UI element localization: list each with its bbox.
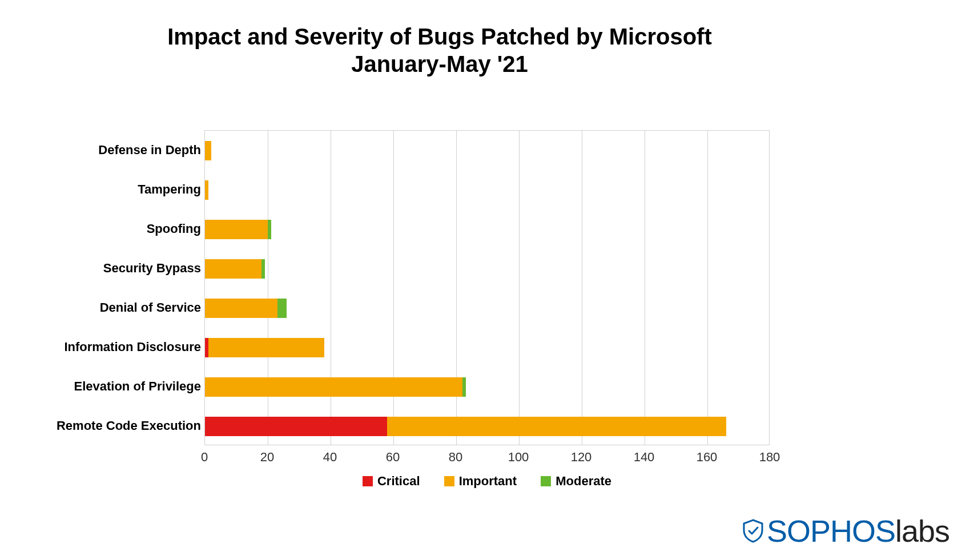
bar-segment-important <box>205 180 208 200</box>
swatch-critical <box>363 476 373 486</box>
x-axis-labels: 020406080100120140160180 <box>204 450 770 467</box>
chart-title: Impact and Severity of Bugs Patched by M… <box>23 11 856 78</box>
y-tick-label: Remote Code Execution <box>57 418 201 433</box>
x-tick-label: 60 <box>386 450 400 465</box>
y-tick-label: Spoofing <box>147 221 201 236</box>
x-tick-label: 100 <box>508 450 529 465</box>
bar-segment-moderate <box>261 259 265 279</box>
y-tick-label: Defense in Depth <box>98 143 201 158</box>
legend: Critical Important Moderate <box>204 474 770 490</box>
bar-segment-important <box>387 417 726 436</box>
shield-icon <box>740 518 766 543</box>
bar-row <box>205 417 726 436</box>
chart-container: Impact and Severity of Bugs Patched by M… <box>23 11 856 491</box>
x-tick-label: 0 <box>201 450 208 465</box>
x-tick-label: 160 <box>697 450 718 465</box>
bar-row <box>205 299 287 318</box>
x-tick-label: 20 <box>260 450 274 465</box>
legend-item-critical: Critical <box>363 474 420 489</box>
swatch-moderate <box>541 476 551 486</box>
y-tick-label: Elevation of Privilege <box>74 379 201 394</box>
legend-item-moderate: Moderate <box>541 474 611 489</box>
bar-segment-important <box>205 299 277 318</box>
x-tick-label: 40 <box>323 450 337 465</box>
bar-row <box>205 377 466 397</box>
title-line-2: January-May '21 <box>23 50 856 78</box>
y-tick-label: Security Bypass <box>103 261 201 276</box>
legend-label-critical: Critical <box>377 474 420 489</box>
x-tick-label: 140 <box>634 450 655 465</box>
bar-row <box>205 141 211 160</box>
logo-suffix: labs <box>895 513 949 549</box>
bar-segment-important <box>205 220 268 239</box>
bar-row <box>205 259 265 279</box>
bar-segment-moderate <box>462 377 466 397</box>
title-line-1: Impact and Severity of Bugs Patched by M… <box>23 23 856 50</box>
x-tick-label: 120 <box>571 450 592 465</box>
plot-area <box>204 130 770 445</box>
y-axis-labels: Defense in DepthTamperingSpoofingSecurit… <box>23 130 201 445</box>
legend-item-important: Important <box>444 474 517 489</box>
x-tick-label: 80 <box>449 450 462 465</box>
y-tick-label: Information Disclosure <box>64 340 201 354</box>
bar-row <box>205 338 324 357</box>
bar-segment-moderate <box>277 299 287 318</box>
bar-row <box>205 180 208 200</box>
sophos-labs-logo: SOPHOSlabs <box>740 513 949 549</box>
bar-segment-moderate <box>268 220 271 239</box>
bar-row <box>205 220 271 239</box>
legend-label-important: Important <box>459 474 517 489</box>
logo-brand: SOPHOS <box>767 513 895 549</box>
bar-segment-important <box>205 259 261 279</box>
x-tick-label: 180 <box>759 450 780 465</box>
bar-segment-important <box>208 338 325 357</box>
y-tick-label: Tampering <box>138 182 201 197</box>
bar-segment-important <box>205 377 462 397</box>
y-tick-label: Denial of Service <box>100 300 201 315</box>
bar-segment-critical <box>205 417 387 436</box>
swatch-important <box>444 476 454 486</box>
legend-label-moderate: Moderate <box>556 474 611 489</box>
bar-segment-important <box>205 141 211 160</box>
bars-layer <box>205 131 769 445</box>
